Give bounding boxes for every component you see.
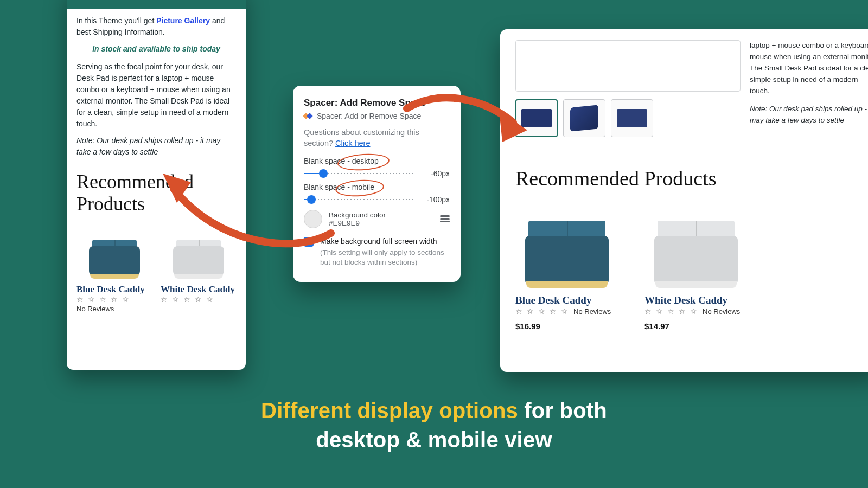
side-desc-text: laptop + mouse combo or a keyboard + mou… — [750, 40, 868, 97]
blank-space-mobile-slider[interactable] — [304, 195, 415, 204]
layers-icon[interactable] — [440, 215, 450, 223]
bg-color-hex: #E9E9E9 — [329, 219, 433, 227]
color-swatch[interactable] — [304, 210, 322, 228]
section-subtitle: Spacer: Add or Remove Space — [317, 112, 421, 120]
blank-space-mobile-label: Blank space - mobile — [304, 183, 450, 191]
thumbnail-2[interactable] — [563, 99, 605, 137]
star-rating-icon: ☆ ☆ ☆ ☆ ☆ — [644, 307, 698, 316]
spacer-settings-popover: Spacer: Add Remove Space Spacer: Add or … — [293, 86, 461, 282]
shipping-note: Note: Our desk pad ships rolled up - it … — [76, 135, 236, 158]
product-card-white[interactable]: White Desk Caddy ☆ ☆ ☆ ☆ ☆ — [161, 231, 236, 313]
mobile-header-bar — [67, 0, 246, 9]
product-title: Blue Desk Caddy — [76, 284, 152, 295]
product-image-blue — [85, 236, 144, 279]
tagline-highlight: Different display options — [261, 399, 518, 422]
product-price: $16.99 — [515, 322, 618, 331]
thumbnail-3[interactable] — [611, 99, 653, 137]
intro-text: In this Theme you'll get Picture Gallery… — [76, 15, 236, 38]
recommended-heading-desktop: Recommended Products — [515, 166, 868, 190]
product-card-white-desktop[interactable]: White Desk Caddy ☆ ☆ ☆ ☆ ☆ No Reviews $1… — [644, 207, 748, 331]
product-title: Blue Desk Caddy — [515, 294, 618, 306]
bg-color-label: Background color — [329, 211, 433, 219]
product-card-blue[interactable]: Blue Desk Caddy ☆ ☆ ☆ ☆ ☆ No Reviews — [76, 231, 152, 313]
section-icon — [304, 112, 312, 120]
product-row-desktop: Blue Desk Caddy ☆ ☆ ☆ ☆ ☆ No Reviews $16… — [515, 207, 868, 331]
picture-gallery-link[interactable]: Picture Gallery — [156, 16, 210, 25]
blank-space-desktop-slider[interactable] — [304, 169, 415, 178]
review-count: No Reviews — [573, 307, 611, 316]
blank-space-mobile-value: -100px — [420, 195, 450, 204]
fullwidth-label: Make background full screen width — [320, 237, 450, 246]
star-rating-icon: ☆ ☆ ☆ ☆ ☆ — [76, 295, 152, 304]
intro-pre: In this Theme you'll get — [76, 16, 156, 25]
blank-space-desktop-value: -60px — [420, 169, 450, 178]
star-rating-icon: ☆ ☆ ☆ ☆ ☆ — [161, 295, 236, 304]
product-card-blue-desktop[interactable]: Blue Desk Caddy ☆ ☆ ☆ ☆ ☆ No Reviews $16… — [515, 207, 618, 331]
tagline: Different display options for both deskt… — [0, 396, 868, 454]
review-count: No Reviews — [703, 307, 740, 316]
help-text: Questions about customizing this section… — [304, 127, 450, 149]
recommended-heading-mobile: Recommended Products — [76, 171, 236, 216]
product-title: White Desk Caddy — [161, 284, 236, 295]
desktop-preview-card: laptop + mouse combo or a keyboard + mou… — [500, 29, 868, 372]
side-note: Note: Our desk pad ships rolled up - it … — [750, 104, 868, 126]
help-link[interactable]: Click here — [335, 139, 370, 147]
stock-status: In stock and available to ship today — [76, 43, 236, 55]
side-description: laptop + mouse combo or a keyboard + mou… — [750, 40, 868, 126]
mobile-preview-card: In this Theme you'll get Picture Gallery… — [67, 0, 246, 370]
thumbnail-1[interactable] — [515, 99, 558, 137]
product-row-mobile: Blue Desk Caddy ☆ ☆ ☆ ☆ ☆ No Reviews Whi… — [76, 231, 236, 313]
product-price: $14.97 — [644, 322, 748, 331]
popover-title: Spacer: Add Remove Space — [304, 98, 450, 108]
background-color-row[interactable]: Background color #E9E9E9 — [304, 210, 450, 228]
product-image-white — [169, 236, 228, 279]
review-count: No Reviews — [76, 305, 152, 313]
product-title: White Desk Caddy — [644, 294, 748, 306]
blank-space-desktop-label: Blank space - desktop — [304, 157, 450, 165]
product-image-blue — [521, 217, 613, 288]
fullwidth-checkbox[interactable] — [304, 237, 314, 247]
fullwidth-hint: (This setting will only apply to section… — [320, 248, 450, 268]
section-type-row[interactable]: Spacer: Add or Remove Space — [304, 112, 450, 120]
product-description: Serving as the focal point for your desk… — [76, 61, 236, 130]
star-rating-icon: ☆ ☆ ☆ ☆ ☆ — [515, 307, 569, 316]
product-image-white — [650, 217, 742, 288]
main-product-image — [515, 40, 741, 92]
